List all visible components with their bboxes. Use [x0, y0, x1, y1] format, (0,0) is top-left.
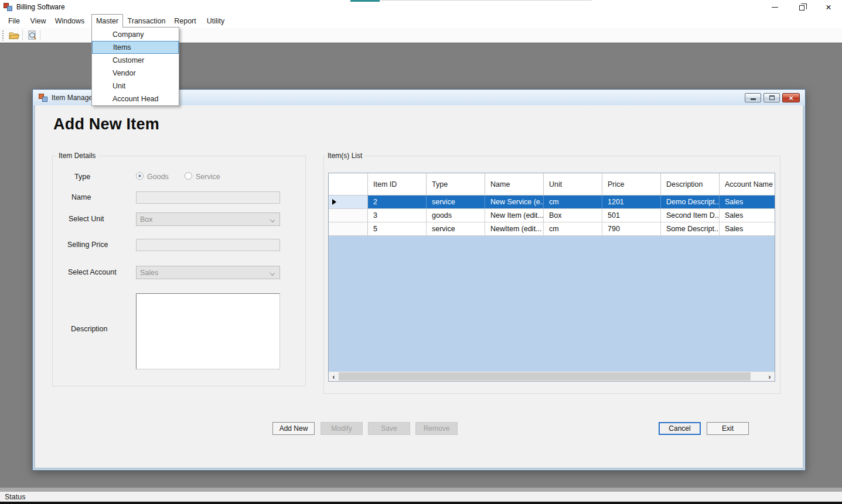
child-minimize-icon	[751, 98, 756, 100]
menu-option-unit[interactable]: Unit	[92, 80, 179, 92]
name-label: Name	[71, 193, 91, 201]
column-header-type[interactable]: Type	[427, 173, 485, 195]
column-header-price[interactable]: Price	[602, 173, 661, 195]
cell-type[interactable]: service	[427, 196, 485, 208]
remove-button[interactable]: Remove	[415, 422, 458, 435]
row-selector-cell[interactable]	[329, 209, 368, 222]
column-header-description[interactable]: Description	[661, 173, 720, 195]
cell-item-id[interactable]: 2	[368, 196, 427, 208]
menu-option-company[interactable]: Company	[92, 28, 179, 41]
cell-name[interactable]: New Item (edit...	[485, 209, 544, 222]
cell-item-id[interactable]: 5	[368, 222, 427, 235]
cell-account[interactable]: Sales	[720, 196, 775, 208]
unit-dropdown-value: Box	[140, 215, 153, 224]
restore-button[interactable]	[788, 0, 815, 14]
exit-button[interactable]: Exit	[707, 422, 749, 435]
add-new-button[interactable]: Add New	[272, 422, 315, 435]
cell-name[interactable]: New Service (e...	[485, 196, 544, 208]
master-dropdown-menu: Company Items Customer Vendor Unit Accou…	[91, 27, 179, 106]
column-header-account-name[interactable]: Account Name	[720, 173, 775, 195]
grid-corner-cell[interactable]	[329, 173, 368, 195]
cell-unit[interactable]: Box	[544, 209, 602, 222]
menu-option-account-head[interactable]: Account Head	[92, 92, 179, 105]
column-header-item-id[interactable]: Item ID	[368, 173, 427, 195]
cancel-button[interactable]: Cancel	[659, 422, 701, 435]
modify-button[interactable]: Modify	[321, 422, 363, 435]
cell-price[interactable]: 1201	[602, 196, 661, 208]
table-row[interactable]: 5 service NewItem (edit... cm 790 Some D…	[329, 222, 775, 236]
page-title: Add New Item	[53, 115, 159, 133]
cell-item-id[interactable]: 3	[368, 209, 427, 222]
goods-radio-label: Goods	[147, 173, 169, 181]
main-titlebar: Billing Software ×	[0, 0, 842, 14]
table-row[interactable]: 3 goods New Item (edit... Box 501 Second…	[329, 209, 775, 222]
selling-price-label: Selling Price	[67, 241, 108, 249]
scroll-right-icon[interactable]: ›	[765, 372, 775, 381]
menu-item-windows[interactable]: Windows	[52, 14, 88, 28]
screen: Billing Software × File View Windows Mas…	[0, 0, 842, 504]
items-list-groupbox: Item(s) List Item ID Type Name Unit Pric…	[323, 156, 780, 394]
cell-name[interactable]: NewItem (edit...	[485, 222, 544, 235]
child-minimize-button[interactable]	[745, 93, 761, 102]
menu-item-transaction[interactable]: Transaction	[125, 14, 168, 28]
table-row[interactable]: 2 service New Service (e... cm 1201 Demo…	[329, 196, 775, 209]
minimize-button[interactable]	[761, 0, 788, 14]
cell-account[interactable]: Sales	[720, 222, 775, 235]
cell-description[interactable]: Demo Descript...	[661, 196, 720, 208]
menu-option-items[interactable]: Items	[92, 41, 179, 54]
cell-type[interactable]: service	[427, 222, 485, 235]
child-close-icon: ×	[789, 94, 793, 102]
child-maximize-button[interactable]	[763, 93, 780, 102]
scrollbar-thumb[interactable]	[339, 372, 751, 380]
status-bar: Status	[0, 492, 842, 502]
chevron-down-icon	[270, 270, 275, 276]
menu-item-master[interactable]: Master	[91, 14, 123, 28]
close-button[interactable]: ×	[815, 0, 842, 14]
menu-item-utility[interactable]: Utility	[203, 14, 229, 28]
selling-price-input[interactable]	[136, 239, 280, 251]
scroll-left-icon[interactable]: ‹	[329, 372, 339, 381]
column-header-name[interactable]: Name	[485, 173, 544, 195]
description-label: Description	[71, 325, 108, 333]
menu-item-report[interactable]: Report	[170, 14, 200, 28]
print-preview-icon	[28, 30, 37, 40]
horizontal-scrollbar[interactable]: ‹ ›	[329, 372, 775, 381]
app-icon	[4, 2, 13, 12]
toolbar-separator	[40, 30, 40, 40]
print-preview-button[interactable]	[25, 29, 40, 42]
app-title: Billing Software	[16, 3, 65, 11]
name-input[interactable]	[136, 191, 280, 204]
menu-option-customer[interactable]: Customer	[92, 54, 179, 67]
cell-account[interactable]: Sales	[720, 209, 775, 222]
save-button[interactable]: Save	[368, 422, 410, 435]
cell-type[interactable]: goods	[427, 209, 485, 222]
toolbar-grip[interactable]	[2, 30, 4, 40]
top-gray-strip	[380, 0, 592, 1]
row-selector-cell[interactable]	[329, 222, 368, 235]
form-icon	[39, 94, 48, 102]
account-dropdown[interactable]: Sales	[136, 266, 280, 279]
column-header-unit[interactable]: Unit	[544, 173, 602, 195]
menu-item-file[interactable]: File	[4, 14, 25, 28]
item-manager-title: Item Manager	[52, 94, 95, 102]
description-textarea[interactable]	[136, 293, 280, 369]
menu-item-view[interactable]: View	[27, 14, 49, 28]
cell-price[interactable]: 501	[602, 209, 661, 222]
unit-dropdown[interactable]: Box	[136, 212, 280, 226]
close-icon: ×	[826, 2, 831, 12]
open-file-button[interactable]	[6, 29, 22, 42]
cell-price[interactable]: 790	[602, 222, 661, 235]
account-dropdown-value: Sales	[140, 269, 158, 277]
item-manager-window: Item Manager × Add New Item Item Details…	[32, 89, 806, 471]
cell-unit[interactable]: cm	[544, 196, 602, 208]
cell-description[interactable]: Second Item D...	[661, 209, 720, 222]
current-row-arrow-icon	[332, 199, 336, 205]
goods-radio[interactable]	[136, 172, 144, 180]
child-close-button[interactable]: ×	[782, 93, 800, 102]
cell-unit[interactable]: cm	[544, 222, 602, 235]
service-radio[interactable]	[185, 172, 192, 180]
row-selector-cell[interactable]	[329, 196, 368, 208]
cell-description[interactable]: Some Descript...	[661, 222, 720, 235]
menu-option-vendor[interactable]: Vendor	[92, 67, 179, 80]
open-folder-icon	[9, 31, 20, 40]
